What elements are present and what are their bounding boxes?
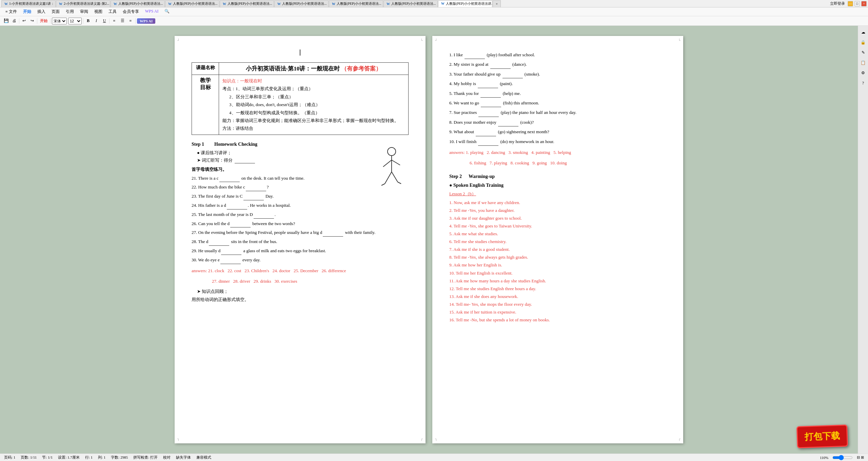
menu-tools[interactable]: 工具 — [106, 8, 119, 15]
sidebar-icon-settings[interactable]: ⚙ — [860, 69, 867, 77]
menu-reference[interactable]: 引用 — [63, 8, 77, 15]
tab-bar: W 1-小升初英语语法讲义篇1讲： × W 2-小升初英语语法讲义篇-第2...… — [1, 0, 830, 7]
underline-icon[interactable]: U — [101, 18, 108, 24]
save-icon[interactable]: 💾 — [3, 18, 9, 24]
right-ex-3: 3. Your father should give up (smoke). — [449, 70, 666, 78]
status-section: 节: 1/1 — [42, 455, 53, 460]
spoken-10: 10. Tell me her English is excellent. — [449, 269, 666, 277]
user-login[interactable]: 立即登录 — [830, 1, 845, 6]
zoom-icons: ⊟ ⊞ — [857, 455, 864, 460]
tab-new[interactable]: + — [493, 0, 501, 7]
r-blank-7 — [478, 108, 499, 117]
spoken-13: 13. Ask me if she does any housework. — [449, 293, 666, 300]
objectives-label: 教学目标 — [192, 75, 219, 135]
spoken-3: 3. Ask me if our daughter goes to school… — [449, 215, 666, 222]
divider-3 — [50, 18, 51, 24]
maximize-button[interactable]: □ — [854, 1, 860, 6]
blank-25 — [254, 211, 274, 219]
tab-icon-6: W — [277, 2, 281, 6]
spoken-12: 12. Tell me she studies English three ho… — [449, 285, 666, 293]
sidebar-icon-lock[interactable]: 🔒 — [860, 39, 867, 46]
svg-line-7 — [398, 182, 401, 184]
status-spell-check[interactable]: 拼写检查: 打开 — [133, 455, 158, 460]
tab-new-label: + — [496, 2, 498, 6]
italic-icon[interactable]: I — [93, 18, 100, 24]
menu-file[interactable]: ≡ 文件 — [3, 8, 20, 15]
undo-icon[interactable]: ↩ — [21, 18, 27, 24]
ex-21: 21. There is a c on the desk. It can tel… — [192, 175, 409, 182]
tab-5[interactable]: W 人教版(PEP)小小初英语语法... × — [220, 0, 274, 7]
step2-subtitle: Warming-up — [469, 174, 495, 179]
tab-7[interactable]: W 人教版(PEP)小小初英语语法... × — [329, 0, 383, 7]
font-family-select[interactable]: 宋体 — [52, 18, 67, 24]
blank-26 — [230, 220, 251, 228]
sidebar-icon-edit[interactable]: ✎ — [860, 49, 867, 56]
minimize-button[interactable]: — — [848, 1, 853, 6]
step1-label: Step 1 — [192, 142, 204, 147]
status-col: 列: 1 — [98, 455, 105, 460]
main-area: ┘ └ 课题名称 小升初英语语法-第10讲：一般现在时 （有参考答案） 教学目标 — [0, 26, 868, 454]
tab-icon-7: W — [332, 2, 335, 6]
status-zoom: 110% — [820, 456, 828, 460]
tab-icon-5: W — [223, 2, 226, 6]
status-reading-mode[interactable]: 兼容模式 — [196, 455, 211, 460]
align-center-icon[interactable]: ☰ — [119, 18, 126, 24]
font-size-select[interactable]: 12 — [68, 18, 82, 24]
bullet-review: ● 课后练习讲评； — [197, 150, 409, 156]
sidebar-icon-cloud[interactable]: ☁ — [860, 28, 867, 36]
spoken-list: 1. Now, ask me if we have any children. … — [449, 199, 666, 324]
blank-24 — [227, 202, 247, 209]
tab-3[interactable]: W 人教版(PEP)小小初英语语法... × — [111, 0, 165, 7]
divider-6 — [135, 18, 136, 24]
tab-label-4: 人教版(PEP)小小初英语语法... — [173, 1, 217, 6]
align-left-icon[interactable]: ≡ — [111, 18, 118, 24]
tab-9[interactable]: W 人教版(PEP)小小初英语语法讲... × — [438, 0, 492, 7]
r-blank-2 — [490, 60, 511, 68]
course-name-label: 课题名称 — [192, 63, 219, 75]
course-name-cell: 小升初英语语法-第10讲：一般现在时 （有参考答案） — [219, 63, 409, 75]
right-ex-7: 7. Sue practises (play) the piano for ha… — [449, 108, 666, 117]
close-button[interactable]: × — [861, 1, 867, 6]
tab-6[interactable]: W 人教版(PEP)小小初英语语法... × — [274, 0, 329, 7]
tab-1[interactable]: W 1-小升初英语语法讲义篇1讲： × — [1, 0, 56, 7]
redo-icon[interactable]: ↪ — [29, 18, 36, 24]
menu-wpsai[interactable]: WPS AI — [142, 8, 161, 15]
title-table: 课题名称 小升初英语语法-第10讲：一般现在时 （有参考答案） 教学目标 知识点… — [192, 62, 409, 135]
align-right-icon[interactable]: ≡ — [127, 18, 134, 24]
corner-tr-1: └ — [420, 39, 423, 42]
wps-ai-button[interactable]: WPS AI — [137, 18, 155, 24]
font-format-start[interactable]: 开始 — [39, 18, 49, 24]
status-missing-font[interactable]: 缺失字体 — [176, 455, 191, 460]
cursor-line — [192, 49, 409, 56]
menu-insert[interactable]: 插入 — [35, 8, 48, 15]
tab-2[interactable]: W 2-小升初英语语法讲义篇-第2... × — [56, 0, 110, 7]
spoken-title: ● Spoken English Training — [449, 183, 666, 188]
right-answers-2: 6. fishing 7. playing 8. cooking 9. goin… — [470, 159, 666, 167]
zoom-slider[interactable] — [832, 455, 853, 460]
menu-search[interactable]: 🔍 — [162, 8, 172, 15]
print-icon[interactable]: 🖨 — [11, 18, 18, 24]
r-blank-5 — [480, 89, 501, 98]
tab-4[interactable]: W 人教版(PEP)小小初英语语法... × — [165, 0, 219, 7]
divider-4 — [83, 18, 83, 24]
status-proofread[interactable]: 校对 — [163, 455, 171, 460]
svg-point-0 — [388, 147, 396, 156]
sidebar-icon-help[interactable]: ? — [860, 79, 867, 87]
bold-icon[interactable]: B — [85, 18, 92, 24]
tab-8[interactable]: W 人教版(PEP)小小初英语语法... × — [383, 0, 438, 7]
answers-1b: 27. dinner 28. driver 29. drinks 30. exe… — [212, 277, 409, 285]
menu-member[interactable]: 会员专享 — [120, 8, 142, 15]
format-bar: 💾 🖨 ↩ ↪ 开始 宋体 12 B I U ≡ ☰ ≡ WPS AI — [0, 16, 868, 26]
menu-page[interactable]: 页面 — [49, 8, 62, 15]
menu-review[interactable]: 审阅 — [77, 8, 91, 15]
right-exercises: 1. I like (play) football after school. … — [449, 51, 666, 146]
r-blank-3 — [502, 70, 523, 78]
download-badge[interactable]: 打包下载 — [796, 424, 848, 448]
menu-view[interactable]: 视图 — [92, 8, 105, 15]
point-1: 考点：1、动词三单形式变化及运用；（重点） — [222, 85, 405, 93]
ribbon-menu: ≡ 文件 开始 插入 页面 引用 审阅 视图 工具 会员专享 WPS AI 🔍 — [3, 8, 172, 15]
sidebar-icon-clipboard[interactable]: 📋 — [860, 59, 867, 66]
right-ex-9: 9. What about (go) sightseeing next mont… — [449, 128, 666, 136]
menu-start[interactable]: 开始 — [20, 8, 34, 15]
spoken-15: 15. Ask me if her tuition is expensive. — [449, 308, 666, 316]
